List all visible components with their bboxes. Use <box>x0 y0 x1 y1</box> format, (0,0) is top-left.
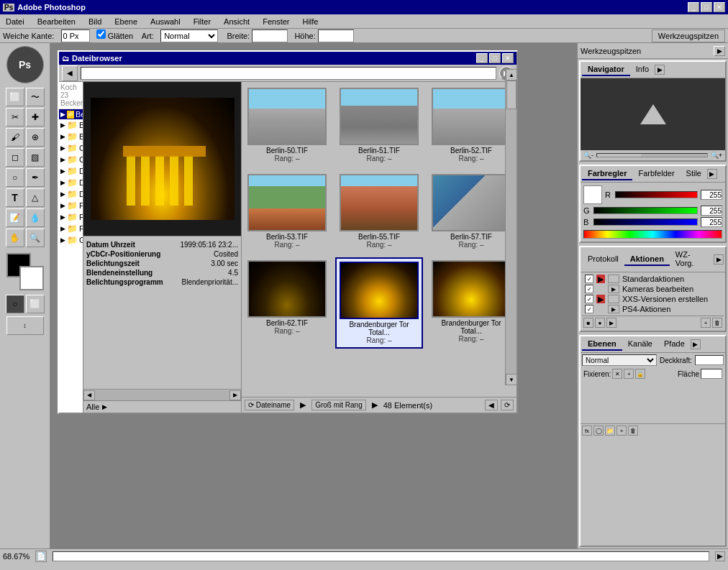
brush-tool[interactable]: 🖌 <box>6 128 24 147</box>
action-ps4[interactable]: ✓ ▶ PS4-Aktionen <box>582 304 724 314</box>
ebenen-panel-arrow[interactable]: ▶ <box>691 339 701 349</box>
tab-protokoll[interactable]: Protokoll <box>582 253 624 266</box>
layer-mask-btn[interactable]: ◯ <box>593 426 604 436</box>
marquee-tool[interactable]: ⬜ <box>6 88 24 106</box>
tree-item-browser-screens[interactable]: ▶ 📁 Browser-Screens <box>59 119 83 131</box>
action-xxs[interactable]: ✓ ▶ XXS-Versionen erstellen <box>582 294 724 304</box>
tab-wz-vorg[interactable]: WZ-Vorg. <box>670 249 714 270</box>
eraser-tool[interactable]: ◻ <box>6 148 24 167</box>
clone-tool[interactable]: ⊕ <box>26 128 45 147</box>
menu-filter[interactable]: Filter <box>191 17 214 27</box>
file-item-brandenburger1[interactable]: Brandenburger Tor Total... Rang: – <box>335 257 423 349</box>
layer-delete-btn[interactable]: 🗑 <box>628 426 638 436</box>
tab-info[interactable]: Info <box>630 63 655 76</box>
breite-input[interactable] <box>252 29 288 42</box>
healing-tool[interactable]: ✚ <box>26 108 45 127</box>
tree-item-digitalkameras[interactable]: ▶ 📁 Digitalkameras <box>59 165 83 177</box>
hohe-input[interactable] <box>318 29 354 42</box>
weiche-kante-input[interactable] <box>61 29 90 42</box>
b-slider-track[interactable] <box>593 219 698 226</box>
grid-scroll-up[interactable]: ▲ <box>506 69 517 81</box>
protokoll-panel-arrow[interactable]: ▶ <box>714 254 724 265</box>
dateibrowser-close[interactable]: ✕ <box>502 53 514 63</box>
file-item-berlin51[interactable]: Berlin-51.TIF Rang: – <box>335 85 423 165</box>
new-action-btn[interactable]: + <box>701 318 711 328</box>
werkzeugspitzen-label[interactable]: Werkzeugspitzen <box>652 29 725 42</box>
std-checkbox[interactable]: ✓ <box>585 275 593 283</box>
db-btn-gross[interactable]: Groß mit Rang <box>311 400 366 410</box>
db-btn-dateiname[interactable]: ⟳ Dateiname <box>245 400 294 410</box>
tab-kanaele[interactable]: Kanäle <box>622 338 658 351</box>
farbregler-panel-arrow[interactable]: ▶ <box>707 169 717 179</box>
path-tool[interactable]: △ <box>26 188 45 207</box>
notes-tool[interactable]: 📝 <box>6 208 24 227</box>
ps4-checkbox[interactable]: ✓ <box>585 305 593 313</box>
b-value-input[interactable] <box>701 217 722 227</box>
g-slider-track[interactable] <box>593 207 698 214</box>
record-btn[interactable]: ● <box>595 318 605 328</box>
db-path-input[interactable]: Arbeitsplatz\MediaNord auf "l1-server1" … <box>81 67 496 80</box>
menu-bearbeiten[interactable]: Bearbeiten <box>35 17 78 27</box>
deckkraft-input[interactable] <box>695 355 724 365</box>
file-tree[interactable]: Koch 23 Becker... ▶ 📁 Berlin-Fotos ▶ 📁 B… <box>59 82 83 413</box>
lasso-tool[interactable]: 〜 <box>26 88 45 106</box>
gradient-tool[interactable]: ▨ <box>26 148 45 167</box>
grid-scrollbar[interactable]: ▲ ▼ <box>505 69 517 385</box>
fix-btn3[interactable]: 🔒 <box>635 369 645 379</box>
action-standardaktionen[interactable]: ✓ ▶ Standardaktionen <box>582 274 724 284</box>
jump-to-imageready[interactable]: ↕ <box>6 316 44 335</box>
tree-item-berlin-fotos[interactable]: ▶ 📁 Berlin-Fotos <box>59 109 83 119</box>
minimize-button[interactable]: _ <box>688 2 699 12</box>
color-selector[interactable] <box>6 253 44 290</box>
maximize-button[interactable]: □ <box>701 2 712 12</box>
tree-item-compaq[interactable]: ▶ 📁 Compaq Server <box>59 154 83 165</box>
tree-item-cofo[interactable]: ▶ 📁 CoFo-Original-Tiff <box>59 142 83 154</box>
dateibrowser-title-bar[interactable]: 🗂 Dateibrowser _ □ ✕ <box>59 52 517 65</box>
text-tool[interactable]: T <box>6 188 24 207</box>
db-back-btn[interactable]: ◀ <box>62 65 78 81</box>
zoom-tool[interactable]: 🔍 <box>26 229 45 247</box>
file-item-berlin55[interactable]: Berlin-55.TIF Rang: – <box>335 171 423 252</box>
file-item-berlin50[interactable]: Berlin-50.TIF Rang: – <box>245 85 329 165</box>
h-scrollbar[interactable]: ◀ ▶ <box>83 389 241 400</box>
r-value-input[interactable] <box>701 190 722 200</box>
nav-zoom-out[interactable]: 🔍- <box>583 152 593 159</box>
tree-item-drucksachen[interactable]: ▶ 📁 Drucksachen (Bücl... <box>59 188 83 200</box>
r-slider-track[interactable] <box>615 191 698 198</box>
menu-auswahl[interactable]: Auswahl <box>147 17 183 27</box>
tree-item-btr[interactable]: ▶ 📁 BTR, Uwe Becker <box>59 131 83 142</box>
ps4-expand[interactable]: ▶ <box>608 305 619 313</box>
kamera-checkbox[interactable]: ✓ <box>585 285 593 293</box>
tree-item-digitalkameras2[interactable]: ▶ 📁 Digitalkameras für... <box>59 177 83 188</box>
navigator-panel-arrow[interactable]: ▶ <box>655 65 665 75</box>
tree-item-fotobelichtung[interactable]: ▶ 📁 Fotobelichtungsser <box>59 200 83 211</box>
tab-aktionen[interactable]: Aktionen <box>624 253 670 266</box>
hand-tool[interactable]: ✋ <box>6 229 24 247</box>
flache-input[interactable] <box>701 369 722 379</box>
menu-hilfe[interactable]: Hilfe <box>299 17 321 27</box>
tab-navigator[interactable]: Navigator <box>582 63 630 76</box>
nav-zoom-in[interactable]: 🔍+ <box>711 152 722 159</box>
file-item-berlin62[interactable]: Berlin-62.TIF Rang: – <box>245 257 329 349</box>
dateibrowser-minimize[interactable]: _ <box>476 53 488 63</box>
quick-mask-btn[interactable]: ○ <box>6 295 24 313</box>
pen-tool[interactable]: ✒ <box>26 168 45 187</box>
file-item-berlin52[interactable]: Berlin-52.TIF Rang: – <box>429 85 514 165</box>
scroll-right-btn[interactable]: ▶ <box>229 390 241 400</box>
tree-item-gegenstaende[interactable]: ▶ 📁 Gegenstände <box>59 234 83 246</box>
layer-fx-btn[interactable]: fx <box>582 426 592 436</box>
menu-fenster[interactable]: Fenster <box>260 17 292 27</box>
play-btn[interactable]: ▶ <box>606 318 616 328</box>
werkzeug-arrow-btn[interactable]: ▶ <box>714 46 725 56</box>
background-color[interactable] <box>19 266 44 290</box>
glatten-checkbox[interactable] <box>96 29 106 39</box>
fix-btn1[interactable]: ✕ <box>612 369 622 379</box>
layer-group-btn[interactable]: 📁 <box>605 426 615 436</box>
eyedropper-tool[interactable]: 💧 <box>26 208 45 227</box>
modus-select[interactable]: Normal <box>582 354 657 366</box>
color-preview-swatch[interactable] <box>583 185 602 204</box>
tab-farbfelder[interactable]: Farbfelder <box>632 167 680 180</box>
action-kameras[interactable]: ✓ ▶ Kameras bearbeiten <box>582 284 724 294</box>
nav-zoom-slider[interactable] <box>596 153 708 157</box>
xxs-checkbox[interactable]: ✓ <box>585 295 593 303</box>
